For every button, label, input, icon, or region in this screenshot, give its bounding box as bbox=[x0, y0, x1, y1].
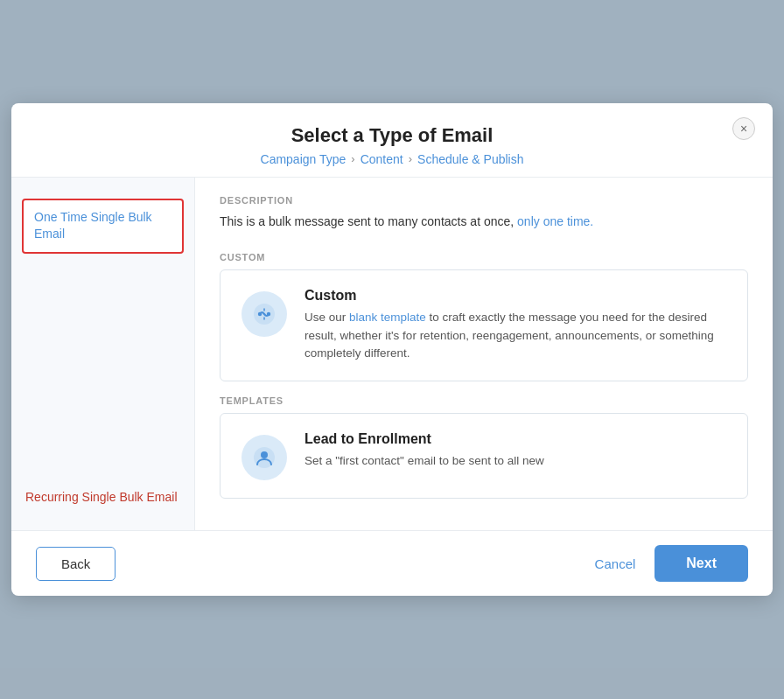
sidebar-spacer bbox=[11, 261, 194, 479]
templates-label: TEMPLATES bbox=[220, 395, 748, 406]
custom-icon bbox=[242, 291, 287, 337]
back-button[interactable]: Back bbox=[36, 547, 116, 581]
footer-right: Cancel Next bbox=[588, 545, 748, 582]
breadcrumb-content[interactable]: Content bbox=[360, 152, 403, 166]
svg-point-4 bbox=[261, 451, 268, 458]
close-button[interactable]: × bbox=[732, 117, 755, 140]
card-custom-content: Custom Use our blank template to craft e… bbox=[304, 288, 726, 364]
description-highlight: only one time. bbox=[517, 214, 593, 228]
breadcrumb-sep-2: › bbox=[409, 152, 412, 165]
modal: Select a Type of Email Campaign Type › C… bbox=[11, 103, 773, 597]
content-scroll[interactable]: DESCRIPTION This is a bulk message sent … bbox=[195, 178, 773, 531]
modal-overlay: Select a Type of Email Campaign Type › C… bbox=[0, 0, 784, 699]
modal-header: Select a Type of Email Campaign Type › C… bbox=[11, 103, 773, 178]
card-lead-enrollment-desc: Set a "first contact" email to be sent t… bbox=[304, 452, 544, 471]
breadcrumb: Campaign Type › Content › Schedule & Pub… bbox=[39, 152, 745, 166]
description-text: This is a bulk message sent to many cont… bbox=[220, 213, 748, 231]
breadcrumb-sep-1: › bbox=[351, 152, 354, 165]
sidebar-item-one-time[interactable]: One Time Single Bulk Email bbox=[22, 199, 184, 254]
card-lead-enrollment-content: Lead to Enrollment Set a "first contact"… bbox=[304, 431, 544, 471]
breadcrumb-campaign-type[interactable]: Campaign Type bbox=[261, 152, 346, 166]
modal-title: Select a Type of Email bbox=[39, 124, 745, 147]
sidebar-item-recurring[interactable]: Recurring Single Bulk Email bbox=[11, 479, 194, 517]
templates-section: TEMPLATES Lead to Enrollment bbox=[220, 395, 748, 499]
card-custom-desc: Use our blank template to craft exactly … bbox=[304, 309, 726, 364]
breadcrumb-schedule[interactable]: Schedule & Publish bbox=[417, 152, 523, 166]
modal-body: One Time Single Bulk Email Recurring Sin… bbox=[11, 178, 773, 531]
lead-enrollment-icon bbox=[242, 435, 287, 480]
modal-footer: Back Cancel Next bbox=[11, 530, 773, 596]
sidebar: One Time Single Bulk Email Recurring Sin… bbox=[11, 178, 195, 531]
next-button[interactable]: Next bbox=[654, 545, 748, 582]
description-label: DESCRIPTION bbox=[220, 195, 748, 206]
card-custom-title: Custom bbox=[304, 288, 726, 304]
card-custom-link[interactable]: blank template bbox=[349, 311, 426, 324]
card-lead-enrollment-title: Lead to Enrollment bbox=[304, 431, 544, 447]
cancel-button[interactable]: Cancel bbox=[588, 548, 643, 580]
card-custom[interactable]: Custom Use our blank template to craft e… bbox=[220, 269, 748, 382]
card-lead-enrollment[interactable]: Lead to Enrollment Set a "first contact"… bbox=[220, 413, 748, 499]
custom-section-label: CUSTOM bbox=[220, 252, 748, 262]
content-area: DESCRIPTION This is a bulk message sent … bbox=[195, 178, 773, 531]
